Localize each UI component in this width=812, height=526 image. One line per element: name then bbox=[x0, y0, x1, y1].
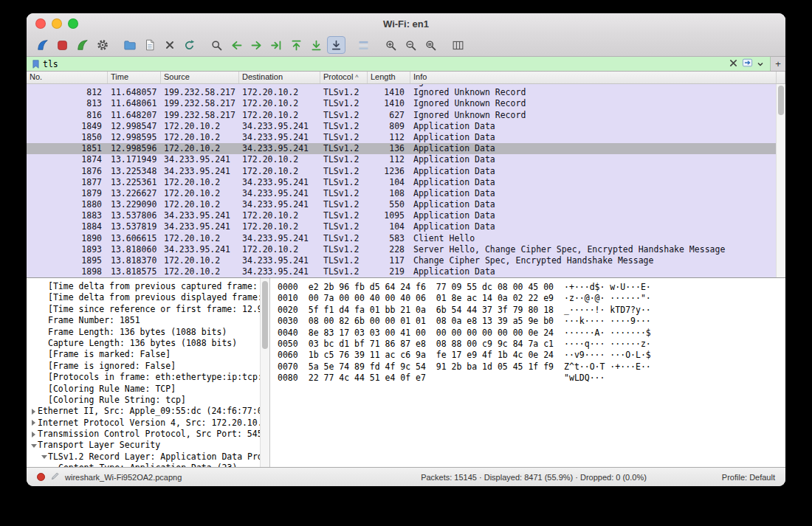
detail-line[interactable]: Transport Layer Security bbox=[27, 440, 260, 451]
expert-info-icon[interactable] bbox=[37, 473, 45, 481]
filter-bookmark-icon[interactable] bbox=[31, 59, 41, 69]
scrollbar-thumb[interactable] bbox=[262, 281, 268, 349]
detail-line[interactable]: Internet Protocol Version 4, Src: 172.20… bbox=[27, 418, 260, 429]
go-previous-packet-button[interactable] bbox=[227, 36, 246, 54]
display-filter-input[interactable] bbox=[43, 58, 729, 70]
packet-cell-info: Application Data bbox=[410, 177, 776, 188]
hex-ascii: ·+···d$· w·U···E· bbox=[564, 282, 651, 292]
hex-row[interactable]: 0000e2 2b 96 fb d5 64 24 f6 77 09 55 dc … bbox=[278, 282, 785, 293]
packet-row[interactable]: 81611.648207199.232.58.217172.20.10.2TLS… bbox=[27, 110, 776, 121]
packet-row[interactable]: 189513.818370172.20.10.234.233.95.241TLS… bbox=[27, 255, 776, 266]
hex-row[interactable]: 00205f f1 d4 fa 01 bb 21 0a 6b 54 44 37 … bbox=[278, 305, 785, 316]
zoom-in-button[interactable] bbox=[382, 36, 400, 54]
colorize-toggle-button[interactable] bbox=[354, 36, 373, 54]
go-to-packet-button[interactable] bbox=[267, 36, 286, 54]
column-header-length[interactable]: Length bbox=[368, 72, 410, 83]
scrollbar-thumb[interactable] bbox=[778, 86, 784, 115]
detail-line[interactable]: [Time since reference or first frame: 12… bbox=[27, 304, 260, 315]
detail-line[interactable]: [Coloring Rule Name: TCP] bbox=[27, 384, 260, 395]
column-header-time[interactable]: Time bbox=[108, 72, 161, 83]
detail-line[interactable]: Transmission Control Protocol, Src Port:… bbox=[27, 429, 260, 440]
hex-row[interactable]: 008022 77 4c 44 51 e4 0f e7 "wLDQ··· bbox=[278, 373, 785, 384]
detail-line[interactable]: Capture Length: 136 bytes (1088 bits) bbox=[27, 338, 260, 349]
find-packet-button[interactable] bbox=[207, 36, 226, 54]
details-scrollbar[interactable] bbox=[260, 278, 269, 467]
column-header-no[interactable]: No. bbox=[27, 72, 108, 83]
packet-row[interactable]: 184912.998547172.20.10.234.233.95.241TLS… bbox=[27, 121, 776, 132]
packet-row[interactable]: 185112.998596172.20.10.234.233.95.241TLS… bbox=[27, 143, 776, 154]
apply-filter-icon[interactable] bbox=[742, 58, 753, 71]
packet-row[interactable]: 189013.606615172.20.10.234.233.95.241TLS… bbox=[27, 233, 776, 244]
go-next-packet-button[interactable] bbox=[247, 36, 266, 54]
capture-comment-icon[interactable] bbox=[50, 471, 60, 482]
detail-line[interactable]: [Protocols in frame: eth:ethertype:ip:tc… bbox=[27, 372, 260, 383]
packet-row[interactable]: 81211.648057199.232.58.217172.20.10.2TLS… bbox=[27, 87, 776, 98]
auto-scroll-toggle-button[interactable] bbox=[327, 36, 345, 54]
collapsed-arrow-icon[interactable] bbox=[30, 420, 38, 426]
packet-cell-info: Application Data bbox=[410, 210, 776, 221]
save-capture-file-button[interactable] bbox=[140, 36, 159, 54]
detail-line[interactable]: Frame Length: 136 bytes (1088 bits) bbox=[27, 327, 260, 338]
packet-row[interactable]: 187413.17194934.233.95.241172.20.10.2TLS… bbox=[27, 154, 776, 165]
close-window-button[interactable] bbox=[35, 18, 46, 29]
expanded-arrow-icon[interactable] bbox=[30, 444, 38, 448]
packet-row[interactable]: 188413.53781934.233.95.241172.20.10.2TLS… bbox=[27, 221, 776, 232]
packet-row[interactable]: 187613.22534834.233.95.241172.20.10.2TLS… bbox=[27, 166, 776, 177]
hex-row[interactable]: 003008 00 82 6b 00 00 01 01 08 0a e8 13 … bbox=[278, 316, 785, 327]
zoom-out-button[interactable] bbox=[402, 36, 420, 54]
zoom-reset-button[interactable] bbox=[422, 36, 440, 54]
packet-cell-no: 816 bbox=[27, 110, 108, 121]
expanded-arrow-icon[interactable] bbox=[40, 455, 48, 459]
column-header-info[interactable]: Info bbox=[410, 72, 777, 83]
collapsed-arrow-icon[interactable] bbox=[30, 432, 38, 437]
column-header-source[interactable]: Source bbox=[161, 72, 239, 83]
go-first-packet-button[interactable] bbox=[287, 36, 306, 54]
capture-options-button[interactable] bbox=[93, 36, 111, 54]
packet-row[interactable]: 187913.226627172.20.10.234.233.95.241TLS… bbox=[27, 188, 776, 199]
packet-row[interactable]: 188013.229090172.20.10.234.233.95.241TLS… bbox=[27, 199, 776, 210]
detail-line[interactable]: [Coloring Rule String: tcp] bbox=[27, 395, 260, 406]
packet-row[interactable]: 187713.225361172.20.10.234.233.95.241TLS… bbox=[27, 177, 776, 188]
packet-row[interactable]: 189313.81806034.233.95.241172.20.10.2TLS… bbox=[27, 244, 776, 255]
add-filter-button[interactable]: + bbox=[771, 57, 785, 71]
column-header-protocol[interactable]: Protocol^ bbox=[320, 72, 368, 83]
packet-list-scrollbar[interactable] bbox=[776, 84, 785, 277]
zoom-window-button[interactable] bbox=[68, 18, 78, 29]
detail-line[interactable]: Frame Number: 1851 bbox=[27, 315, 260, 326]
hex-row[interactable]: 00601b c5 76 39 11 ac c6 9a fe 17 e9 4f … bbox=[278, 350, 785, 361]
packet-row[interactable]: 185012.998595172.20.10.234.233.95.241TLS… bbox=[27, 132, 776, 143]
detail-line[interactable]: [Time delta from previous captured frame… bbox=[27, 281, 260, 292]
packet-row[interactable]: 188313.53780634.233.95.241172.20.10.2TLS… bbox=[27, 210, 776, 221]
column-header-destination[interactable]: Destination bbox=[239, 72, 320, 83]
packet-cell-source: 172.20.10.2 bbox=[161, 188, 239, 199]
filter-dropdown-icon[interactable] bbox=[757, 58, 764, 71]
collapsed-arrow-icon[interactable] bbox=[30, 409, 38, 415]
resize-columns-button[interactable] bbox=[449, 36, 467, 54]
detail-text: Capture Length: 136 bytes (1088 bits) bbox=[48, 338, 237, 349]
hex-row[interactable]: 00408e 83 17 03 03 00 41 00 00 00 00 00 … bbox=[278, 328, 785, 339]
restart-capture-button[interactable] bbox=[73, 36, 92, 54]
packet-cell-info: Application Data bbox=[410, 121, 776, 132]
profile-label[interactable]: Profile: Default bbox=[722, 473, 775, 482]
reload-capture-file-button[interactable] bbox=[180, 36, 199, 54]
detail-line[interactable]: [Time delta from previous displayed fram… bbox=[27, 292, 260, 303]
hex-row[interactable]: 001000 7a 00 00 40 00 40 06 01 8e ac 14 … bbox=[278, 293, 785, 304]
hex-row[interactable]: 005003 bc d1 bf 71 86 87 e8 08 88 00 c9 … bbox=[278, 339, 785, 350]
close-capture-file-button[interactable] bbox=[160, 36, 179, 54]
detail-line[interactable]: [Frame is marked: False] bbox=[27, 349, 260, 360]
detail-line[interactable]: TLSv1.2 Record Layer: Application Data P… bbox=[27, 451, 260, 463]
packet-cell-length: 1236 bbox=[368, 166, 410, 177]
packet-cell-source: 172.20.10.2 bbox=[161, 255, 239, 266]
detail-line[interactable]: [Frame is ignored: False] bbox=[27, 361, 260, 372]
packet-row[interactable]: 189813.818575172.20.10.234.233.95.241TLS… bbox=[27, 266, 776, 277]
start-capture-button[interactable] bbox=[33, 36, 52, 54]
minimize-window-button[interactable] bbox=[52, 18, 62, 29]
go-last-packet-button[interactable] bbox=[307, 36, 326, 54]
open-capture-file-button[interactable] bbox=[120, 36, 139, 54]
hex-row[interactable]: 00705a 5e 74 89 fd 4f 9c 54 91 2b ba 1d … bbox=[278, 361, 785, 373]
packet-row[interactable]: 81311.648061199.232.58.217172.20.10.2TLS… bbox=[27, 98, 776, 109]
display-filter-field[interactable] bbox=[27, 57, 771, 71]
stop-capture-button[interactable] bbox=[53, 36, 72, 54]
clear-filter-icon[interactable] bbox=[729, 58, 738, 71]
detail-line[interactable]: Ethernet II, Src: Apple_09:55:dc (24:f6:… bbox=[27, 406, 260, 417]
